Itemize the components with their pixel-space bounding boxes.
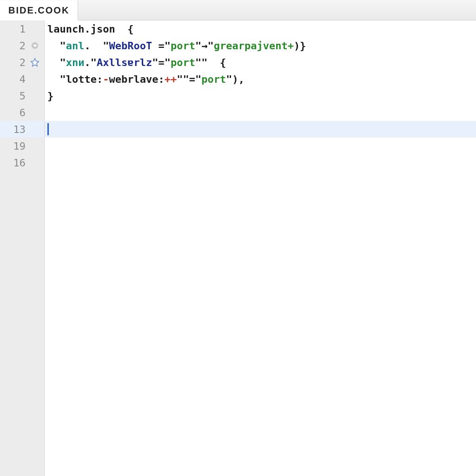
gutter-row[interactable]: 2 [0,54,44,71]
gutter-row[interactable]: 5 [0,87,44,104]
gutter-row[interactable]: 16 [0,154,44,171]
text-cursor [47,123,49,135]
tab-bar: BIDE.COOK [0,0,476,20]
code-token: "), [226,73,245,85]
code-line[interactable]: "lotte:-webrlave:++""="port"), [45,71,476,87]
line-number: 13 [7,124,26,135]
editor: 1 2 2 4 5 6 13 [0,20,476,476]
code-token: ++ [165,73,177,85]
gutter-row[interactable]: 6 [0,104,44,121]
code-token: } [47,90,53,102]
code-line[interactable]: launch.json { [45,20,476,37]
code-line[interactable] [45,121,476,138]
code-token: ""=" [177,73,201,85]
line-number: 1 [7,23,26,35]
code-token: { [115,23,134,35]
gutter-row[interactable]: 4 [0,71,44,87]
code-token: "=" [152,57,171,68]
gutter-row[interactable]: 19 [0,138,44,154]
code-token: grearpajvent+ [214,40,294,52]
code-token: webrlave: [109,73,164,85]
code-token: port [201,73,226,85]
line-number: 2 [7,57,26,68]
line-number: 5 [7,90,26,102]
line-number: 19 [7,140,26,152]
code-token: =" [152,40,171,52]
code-token: WebRooT [109,40,152,52]
code-line[interactable]: } [45,87,476,104]
code-line[interactable]: "anl. "WebRooT ="port"→"grearpajvent+)} [45,37,476,54]
gutter-row[interactable]: 1 [0,20,44,37]
code-token: )} [294,40,306,52]
code-token: anl [66,40,85,52]
code-line[interactable]: "xnи."Axllsɐrlz"="port"" { [45,54,476,71]
code-area[interactable]: launch.json { "anl. "WebRooT ="port"→"gr… [45,20,476,476]
code-token: . " [85,40,109,52]
code-token: "→" [195,40,214,52]
code-token: lotte: [66,73,103,85]
code-token: ." [85,57,97,68]
code-token: Axllsɐrlz [97,57,152,68]
code-token: - [103,73,109,85]
line-number: 16 [7,157,26,169]
gutter-row-active[interactable]: 13 [0,121,44,138]
gutter: 1 2 2 4 5 6 13 [0,20,45,476]
code-line[interactable] [45,104,476,121]
code-token: "" { [195,57,226,68]
star-icon[interactable] [28,58,41,67]
circle-arrow-icon[interactable] [28,41,41,50]
line-number: 6 [7,107,26,119]
code-token: port [171,57,195,68]
code-token: xnи [66,57,85,68]
code-line[interactable] [45,154,476,171]
code-token: " [47,73,66,85]
code-token: launch.json [47,23,115,35]
code-token: " [47,57,66,68]
code-token: port [171,40,195,52]
line-number: 4 [7,73,26,85]
code-line[interactable] [45,138,476,154]
code-token: " [47,40,66,52]
gutter-row[interactable]: 2 [0,37,44,54]
line-number: 2 [7,40,26,52]
tab-active[interactable]: BIDE.COOK [0,0,78,20]
tab-title: BIDE.COOK [8,5,69,16]
